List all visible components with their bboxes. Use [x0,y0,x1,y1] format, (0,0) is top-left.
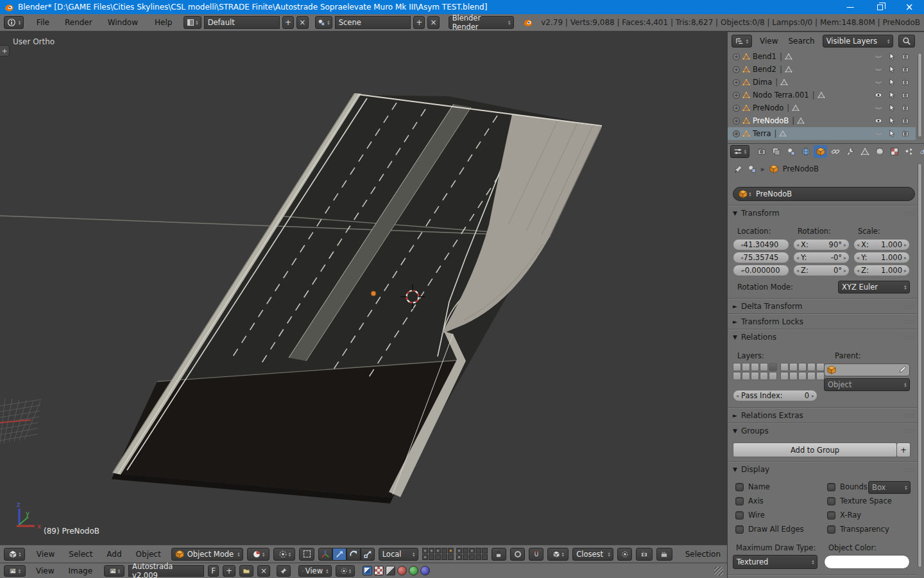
cursor-arrow-icon[interactable] [888,117,896,125]
opengl-render-image-button[interactable] [636,548,652,561]
checkbox-axis[interactable]: Axis [735,496,764,505]
opengl-render-anim-button[interactable] [656,548,672,561]
outliner-item-bend2[interactable]: + Bend2 | [728,63,916,76]
menu-view[interactable]: View [33,566,56,575]
outliner-menu-search[interactable]: Search [785,37,817,46]
location-z-field[interactable]: ◂-0.000000▸ [733,265,789,276]
channel-color-alpha-button[interactable] [363,566,372,575]
checkbox-transparency[interactable]: Transparency [827,525,889,534]
tab-physics[interactable] [917,145,924,158]
panel-header-relations-extras[interactable]: ►Relations Extras:::: [733,410,915,421]
pin-image-button[interactable] [277,565,291,577]
rotation-y-field[interactable]: ◂Y:-0°▸ [793,252,850,263]
editor-type-button-image[interactable]: ▴▾ [4,565,26,577]
camera-render-icon[interactable] [902,104,909,112]
outliner-item-prenodo[interactable]: + PreNodo | [728,101,916,114]
corner-resize-grip[interactable] [714,566,723,575]
panel-header-transform-locks[interactable]: ►Transform Locks:::: [733,316,915,328]
snap-peel-button[interactable] [617,548,632,561]
rotation-x-field[interactable]: ◂X:90°▸ [793,239,850,250]
scene-browse-button[interactable]: ▴▾ [315,16,332,29]
channel-red-button[interactable] [397,566,407,575]
expand-icon[interactable]: + [733,105,740,112]
camera-render-icon[interactable] [902,66,909,73]
open-image-button[interactable] [239,565,253,577]
region-expand-handle[interactable]: + [0,45,10,57]
manipulator-axis-button[interactable] [318,548,332,561]
tab-object[interactable] [814,145,827,158]
menu-image[interactable]: Image [65,566,95,575]
viewport-shading-button[interactable]: ▴▾ [247,548,270,561]
eye-closed-icon[interactable] [875,78,882,86]
outliner-search-button[interactable] [898,35,915,48]
outliner-filter-select[interactable]: Visible Layers▴▾ [823,35,893,48]
expand-icon[interactable]: + [733,66,740,73]
image-pivot-select[interactable]: ▴▾ [336,565,355,577]
manipulator-scale-button[interactable] [361,548,375,561]
tab-render[interactable] [755,145,768,158]
cursor-arrow-icon[interactable] [888,66,896,73]
checkbox-bounds[interactable]: Bounds [827,482,868,491]
parent-object-field[interactable] [824,363,910,376]
layers-grid[interactable] [733,363,825,380]
screen-layout-browse-button[interactable]: ▴▾ [184,16,201,29]
scene-name-field[interactable]: Scene [335,16,411,29]
tab-render-layers[interactable] [769,145,783,158]
cursor-arrow-icon[interactable] [888,78,896,86]
parent-type-select[interactable]: Object▴▾ [824,378,910,391]
editor-type-button-outliner[interactable]: ▴▾ [732,35,752,48]
outliner-menu-view[interactable]: View [757,37,780,46]
checkbox-name[interactable]: Name [735,482,770,491]
image-name-field[interactable]: Autostrada v2.009 [128,565,204,577]
tab-scene[interactable] [784,145,798,158]
expand-icon[interactable]: + [733,92,740,99]
outliner-item-nodo-terra[interactable]: + Nodo Terra.001 | [728,89,916,101]
scale-z-field[interactable]: ◂Z:1.000▸ [853,265,910,276]
close-button[interactable]: × [894,0,924,14]
image-view-mode-select[interactable]: View▴▾ [298,565,332,577]
outliner-scrollbar[interactable] [918,53,922,137]
menu-file[interactable]: File [34,18,52,27]
max-draw-type-select[interactable]: Textured▴▾ [733,555,817,569]
proportional-ed it-button[interactable] [510,548,525,561]
channel-blue-button[interactable] [420,566,430,575]
tab-texture[interactable] [887,145,901,158]
camera-render-icon[interactable] [902,130,909,137]
fake-user-button[interactable]: F [208,565,219,577]
channel-alpha-button[interactable] [386,566,395,575]
expand-icon[interactable]: + [733,130,740,137]
tab-object-data[interactable] [858,145,871,158]
menu-select[interactable]: Select [66,550,95,559]
tab-world[interactable] [799,145,812,158]
pivot-point-select[interactable]: ▴▾ [273,548,296,561]
menu-render[interactable]: Render [62,18,95,27]
camera-render-icon[interactable] [902,53,909,60]
delete-scene-button[interactable]: × [427,16,439,29]
transform-orientation-select[interactable]: Local▴▾ [379,548,418,561]
menu-help[interactable]: Help [152,18,175,27]
editor-type-button-info[interactable]: ▴▾ [4,16,24,29]
menu-window[interactable]: Window [105,18,141,27]
eye-closed-icon[interactable] [875,104,882,112]
snap-element-select[interactable]: ▴▾ [547,548,569,561]
camera-render-icon[interactable] [902,91,909,99]
scale-x-field[interactable]: ◂X:1.000▸ [853,239,910,250]
panel-header-groups[interactable]: ▼Groups:::: [733,425,915,437]
eyedropper-icon[interactable] [898,365,907,374]
eye-open-icon[interactable] [875,91,882,99]
channel-color-button[interactable] [374,566,384,575]
restore-button[interactable] [865,0,894,14]
new-image-button[interactable]: + [223,565,235,577]
cursor-arrow-icon[interactable] [888,130,896,137]
menu-view[interactable]: View [34,550,57,559]
tab-material[interactable] [873,145,886,158]
minimize-button[interactable]: — [835,0,865,14]
editor-type-button-properties[interactable]: ▴▾ [730,145,749,158]
bounds-type-select[interactable]: Box▴▾ [868,481,911,494]
pass-index-field[interactable]: ◂Pass Index: 0▸ [733,390,817,401]
delete-layout-button[interactable]: × [296,16,308,29]
cursor-arrow-icon[interactable] [888,104,896,112]
checkbox-xray[interactable]: X-Ray [827,511,861,520]
outliner-item-dima[interactable]: + Dima | [728,76,916,89]
checkbox-draw-all-edges[interactable]: Draw All Edges [735,525,804,534]
